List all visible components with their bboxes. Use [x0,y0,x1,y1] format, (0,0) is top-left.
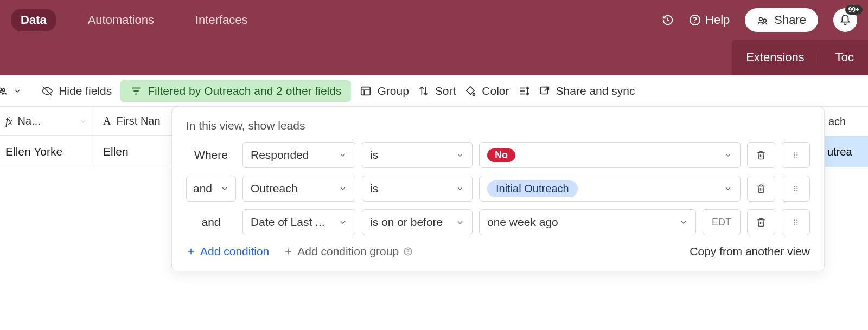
value-select-2[interactable]: Initial Outreach [479,176,741,202]
svg-point-19 [794,152,795,153]
filter-pill[interactable]: Filtered by Outreach and 2 other fields [120,80,351,102]
popover-footer: Add condition Add condition group Copy f… [186,245,810,258]
svg-point-28 [796,188,797,189]
tab-automations[interactable]: Automations [78,9,164,31]
color-button[interactable]: Color [464,85,509,98]
text-type-icon: A [103,115,111,127]
operator-select-3[interactable]: is on or before [362,209,473,235]
share-label: Share [774,13,806,27]
field-select-1[interactable]: Responded [242,142,355,168]
svg-point-13 [473,93,475,95]
col-header-first[interactable]: A First Nan [95,107,182,135]
color-label: Color [482,85,509,98]
chevron-down-icon [456,184,464,193]
group-button[interactable]: Group [360,85,409,98]
help-circle-icon [403,247,413,256]
svg-point-42 [407,253,409,254]
field-select-2-label: Outreach [251,182,297,195]
col-header-peek[interactable]: ach [821,107,868,136]
svg-rect-17 [540,87,547,94]
cell-name[interactable]: Ellen Yorke [0,136,95,167]
svg-point-21 [794,154,795,156]
drag-handle-1[interactable] [782,142,810,168]
delete-condition-3[interactable] [747,209,775,235]
notifications-button[interactable]: 99+ [833,8,857,32]
sort-button[interactable]: Sort [418,85,456,98]
col-header-name-label: Na... [18,115,41,127]
copy-view-button[interactable]: Copy from another view [690,245,810,258]
conj-select-2[interactable]: and [186,176,236,202]
tab-interfaces[interactable]: Interfaces [186,9,258,31]
share-sync-button[interactable]: Share and sync [539,85,635,98]
row-height-button[interactable] [518,85,530,97]
top-nav-right: Help Share 99+ [662,8,857,32]
operator-select-3-label: is on or before [370,216,443,229]
notifications-badge: 99+ [845,5,863,15]
history-icon[interactable] [662,14,674,26]
share-button[interactable]: Share [745,8,818,32]
operator-select-1-label: is [370,148,378,161]
drag-handle-2[interactable] [782,176,810,202]
sort-label: Sort [435,85,456,98]
chevron-down-icon [339,151,347,159]
timezone-label[interactable]: EDT [703,209,741,235]
svg-point-35 [794,224,795,225]
cell-peek[interactable]: utrea [821,136,868,167]
operator-select-1[interactable]: is [362,142,473,168]
svg-point-22 [796,154,797,156]
people-icon[interactable] [0,85,8,97]
svg-point-33 [794,222,795,223]
field-select-2[interactable]: Outreach [242,176,355,202]
value-select-1[interactable]: No [479,142,741,168]
share-sync-label: Share and sync [556,85,635,98]
drag-handle-icon [791,150,801,160]
operator-select-2[interactable]: is [362,176,473,202]
svg-point-3 [763,19,767,22]
subtab-extensions[interactable]: Extensions [746,50,805,64]
trash-icon [756,150,766,160]
svg-point-2 [760,17,763,21]
field-select-3-label: Date of Last ... [251,216,325,229]
tab-data[interactable]: Data [11,9,56,31]
svg-point-26 [796,186,797,187]
sub-nav: Extensions Toc [0,40,868,75]
svg-point-32 [796,219,797,221]
cell-first[interactable]: Ellen [95,136,182,167]
operator-select-2-label: is [370,182,378,195]
drag-handle-3[interactable] [782,209,810,235]
plus-icon [283,247,293,256]
chevron-down-icon[interactable] [13,87,22,95]
sub-tabs: Extensions Toc [732,40,868,75]
add-condition-label: Add condition [200,245,269,258]
toolbar-clipped: ch [0,85,22,98]
svg-point-23 [794,157,795,158]
value-select-3[interactable]: one week ago [479,209,696,235]
field-select-3[interactable]: Date of Last ... [242,209,355,235]
svg-point-27 [794,188,795,189]
condition-row-3: and Date of Last ... is on or before one… [186,209,810,235]
svg-point-30 [796,190,797,191]
svg-point-31 [794,219,795,221]
delete-condition-1[interactable] [747,142,775,168]
conj-where: Where [186,148,236,161]
top-nav-left: Data Automations Interfaces [11,9,258,31]
chevron-down-icon[interactable] [79,117,87,126]
svg-point-1 [694,22,695,23]
help-button[interactable]: Help [689,13,730,27]
col-header-name[interactable]: fx Na... [0,107,95,135]
svg-point-4 [0,88,2,91]
toolbar-left: ch Hide fields Filtered by Outreach and … [0,80,635,102]
chevron-down-icon [456,218,464,227]
hide-fields-button[interactable]: Hide fields [41,85,112,98]
conj-and-3: and [186,216,236,229]
add-condition-button[interactable]: Add condition [186,245,269,258]
svg-point-29 [794,190,795,191]
delete-condition-2[interactable] [747,176,775,202]
add-condition-group-button[interactable]: Add condition group [283,245,413,258]
hide-fields-label: Hide fields [59,85,112,98]
subtab-tools[interactable]: Toc [835,50,854,64]
svg-point-24 [796,157,797,158]
help-label: Help [705,13,730,27]
svg-point-25 [794,186,795,187]
svg-point-5 [3,88,5,91]
